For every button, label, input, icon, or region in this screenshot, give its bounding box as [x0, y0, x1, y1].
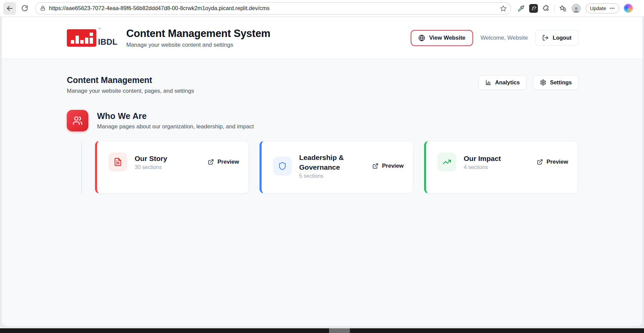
app-title: Content Management System [126, 28, 270, 40]
preview-label: Preview [382, 163, 404, 169]
settings-label: Settings [550, 79, 572, 86]
logo-trademark: ™ [98, 27, 101, 31]
more-options-icon[interactable]: ⋯ [609, 5, 615, 11]
logout-label: Logout [553, 35, 571, 41]
file-text-icon [108, 153, 127, 171]
logout-icon [542, 35, 549, 41]
users-icon [67, 110, 88, 131]
toolbar-divider [554, 5, 555, 12]
extensions-puzzle-icon[interactable] [543, 5, 550, 12]
card-our-impact[interactable]: Our Impact 4 sections Preview [424, 141, 578, 194]
preview-link[interactable]: Preview [537, 159, 568, 165]
person-icon [572, 6, 580, 13]
card-leadership-governance[interactable]: Leadership & Governance 5 sections Previ… [260, 141, 413, 194]
view-website-label: View Website [429, 35, 465, 41]
favorites-list-icon[interactable] [559, 5, 567, 12]
function-extension-icon[interactable]: f? [529, 4, 538, 13]
card-section-count: 30 sections [135, 164, 167, 170]
eyedropper-icon[interactable] [518, 5, 524, 12]
view-website-button[interactable]: View Website [411, 30, 473, 46]
analytics-label: Analytics [495, 79, 520, 86]
horizontal-scrollbar[interactable] [0, 328, 644, 333]
bookmark-star-icon[interactable] [500, 5, 507, 12]
profile-avatar[interactable] [571, 4, 581, 13]
url-text[interactable]: https://aae65623-7072-4eaa-89f6-56b82ddd… [49, 5, 497, 11]
external-link-icon [208, 159, 214, 165]
welcome-text: Welcome, Website [480, 35, 528, 41]
lock-icon [40, 5, 46, 11]
webpage-panel: ™ IBDL Content Management System Manage … [2, 17, 642, 326]
refresh-button[interactable] [18, 2, 31, 15]
card-title: Our Impact [464, 154, 501, 163]
section-title: Who We Are [97, 111, 254, 121]
card-title: Leadership & Governance [299, 153, 366, 172]
logo-text: IBDL [98, 38, 118, 47]
analytics-button[interactable]: Analytics [478, 75, 526, 90]
scrollbar-thumb[interactable] [329, 328, 350, 333]
card-our-story[interactable]: Our Story 30 sections Preview [95, 141, 249, 194]
ibdl-logo-mark-icon [67, 29, 96, 47]
preview-link[interactable]: Preview [372, 163, 404, 169]
page-title: Content Management [67, 75, 194, 85]
logout-button[interactable]: Logout [535, 30, 579, 46]
cms-content: Content Management Manage your website c… [2, 59, 642, 326]
ibdl-logo: ™ IBDL [67, 29, 118, 47]
browser-update-button[interactable]: Update ⋯ [586, 3, 619, 13]
globe-icon [418, 35, 425, 41]
card-title: Our Story [135, 154, 167, 163]
address-bar[interactable]: https://aae65623-7072-4eaa-89f6-56b82ddd… [35, 2, 511, 14]
cards-rail: Our Story 30 sections Preview [81, 141, 579, 194]
browser-toolbar: https://aae65623-7072-4eaa-89f6-56b82ddd… [0, 0, 644, 17]
external-link-icon [537, 159, 543, 165]
back-icon [6, 5, 13, 12]
preview-label: Preview [218, 159, 239, 165]
preview-link[interactable]: Preview [208, 159, 239, 165]
app-subtitle: Manage your website content and settings [126, 42, 270, 48]
card-section-count: 4 sections [464, 164, 501, 170]
section-subtitle: Manage pages about our organization, lea… [97, 123, 254, 130]
card-section-count: 5 sections [299, 173, 366, 179]
cms-header: ™ IBDL Content Management System Manage … [2, 17, 642, 59]
external-link-icon [372, 163, 378, 169]
toolbar-extensions-area: f? Update ⋯ [518, 3, 633, 13]
shield-icon [273, 157, 292, 175]
refresh-icon [21, 5, 28, 12]
copilot-icon[interactable] [624, 4, 633, 13]
trending-up-icon [438, 153, 456, 171]
back-button[interactable] [3, 2, 16, 15]
update-label: Update [590, 5, 606, 11]
bar-chart-icon [485, 79, 492, 86]
who-we-are-header: Who We Are Manage pages about our organi… [67, 110, 579, 131]
settings-button[interactable]: Settings [533, 75, 579, 90]
page-subtitle: Manage your website content, pages, and … [67, 88, 194, 94]
preview-label: Preview [547, 159, 568, 165]
gear-icon [540, 79, 546, 86]
